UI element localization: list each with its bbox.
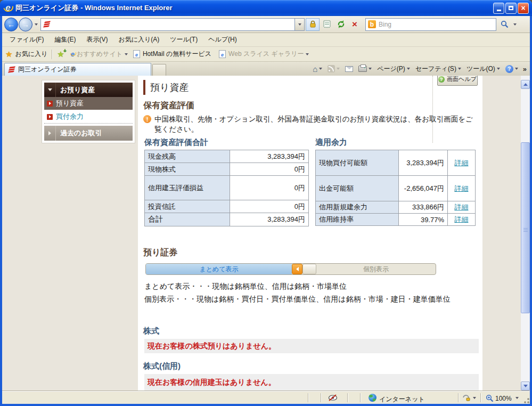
- zoom-level-label[interactable]: 100%: [495, 395, 512, 402]
- search-options-dropdown[interactable]: [511, 18, 519, 31]
- maximize-button[interactable]: [505, 3, 517, 14]
- display-mode-toggle[interactable]: まとめて表示 個別表示: [145, 263, 436, 275]
- toggle-option-grouped[interactable]: まとめて表示: [146, 264, 292, 274]
- divider: [308, 393, 309, 402]
- toggle-option-individual[interactable]: 個別表示: [316, 264, 436, 274]
- menu-favorites[interactable]: お気に入り(A): [113, 33, 165, 46]
- recent-pages-dropdown-icon[interactable]: [35, 23, 38, 26]
- favorites-item-suggested-sites[interactable]: e おすすめサイト: [70, 50, 128, 59]
- total-table-title: 保有資産評価合計: [144, 137, 309, 148]
- favorites-button[interactable]: お気に入り: [15, 50, 47, 59]
- magnifier-icon: [501, 20, 509, 28]
- sidebar-item-deposit-assets[interactable]: 預り資産: [44, 97, 133, 110]
- tab-okasan[interactable]: 岡三オンライン証券: [4, 63, 151, 76]
- address-input[interactable]: [53, 21, 292, 28]
- read-mail-button[interactable]: [342, 63, 356, 75]
- menu-edit[interactable]: 編集(E): [49, 33, 81, 46]
- compatibility-view-icon: [323, 20, 331, 29]
- new-tab-button[interactable]: [152, 64, 166, 76]
- zoom-icon[interactable]: [486, 394, 494, 402]
- add-favorite-icon[interactable]: ★: [57, 50, 64, 59]
- divider: [480, 393, 481, 402]
- detail-link[interactable]: 詳細: [455, 159, 469, 167]
- site-favicon-okasan-icon: [43, 21, 51, 28]
- margin-table-title: 適用余力: [315, 137, 476, 148]
- vertical-scrollbar[interactable]: [521, 76, 530, 391]
- browser-viewport: お預り資産 預り資産 買付余力 過去のお取引: [2, 76, 530, 391]
- resize-grip[interactable]: [522, 396, 529, 403]
- chevron-down-icon: [306, 53, 309, 55]
- print-button[interactable]: [356, 63, 374, 75]
- toolbar-overflow-button[interactable]: »: [521, 65, 529, 73]
- menu-tools[interactable]: ツール(T): [165, 33, 203, 46]
- sidebar-item-buying-power[interactable]: 買付余力: [44, 110, 133, 124]
- home-button[interactable]: ⌂: [310, 63, 325, 75]
- navigation-bar: ← → ×: [2, 16, 530, 33]
- scroll-down-button[interactable]: [521, 381, 530, 391]
- screen-help-button[interactable]: ? 画面ヘルプ: [437, 76, 478, 86]
- row-value: 0円: [230, 163, 309, 176]
- forward-button[interactable]: →: [19, 18, 32, 31]
- table-row: 現金残高 3,283,394円: [145, 150, 309, 163]
- window-title: 岡三オンライン証券 - Windows Internet Explorer: [15, 3, 492, 13]
- search-box[interactable]: b: [365, 18, 496, 31]
- row-detail-cell: 詳細: [448, 214, 476, 226]
- favorites-item-webslice[interactable]: e Web スライス ギャラリー: [218, 50, 309, 59]
- scroll-up-button[interactable]: [521, 80, 530, 89]
- main-content: ? 画面ヘルプ 預り資産 保有資産評価 ! 中国株取引、先物・オプション取引、外…: [138, 76, 482, 391]
- detail-link[interactable]: 詳細: [455, 184, 469, 192]
- status-bar: インターネット 100%: [2, 391, 530, 404]
- favorites-item-hotmail[interactable]: e HotMail の無料サービス: [132, 50, 214, 59]
- red-arrow-icon: [47, 114, 53, 120]
- row-value: 0円: [230, 176, 309, 200]
- minimize-button[interactable]: [493, 3, 504, 14]
- rss-button[interactable]: [325, 63, 342, 75]
- printer-icon: [358, 66, 367, 72]
- menu-view[interactable]: 表示(V): [81, 33, 113, 46]
- compatibility-view-button[interactable]: [321, 18, 333, 31]
- address-dropdown-button[interactable]: [295, 18, 305, 31]
- chevron-down-icon[interactable]: [473, 397, 476, 399]
- toggle-knob[interactable]: [302, 264, 316, 274]
- address-bar[interactable]: [40, 18, 295, 31]
- page-menu-button[interactable]: ページ(P): [374, 63, 413, 75]
- security-zone-label: インターネット: [379, 395, 425, 404]
- scrollbar-thumb[interactable]: [521, 142, 530, 313]
- triangle-right-icon: [44, 126, 56, 141]
- row-value: 39.77%: [399, 214, 448, 226]
- row-detail-cell: 詳細: [448, 201, 476, 214]
- chevron-down-icon[interactable]: [515, 397, 519, 399]
- stock-empty-message: 現在お客様の株式預りはありません。: [144, 339, 479, 353]
- sidebar-header-assets[interactable]: お預り資産: [44, 83, 133, 97]
- security-lock-button[interactable]: [306, 18, 320, 31]
- divider: [321, 393, 322, 402]
- table-row: 現物買付可能額 3,283,394円 詳細: [316, 150, 476, 176]
- help-menu-button[interactable]: ?: [503, 63, 521, 75]
- menu-file[interactable]: ファイル(F): [4, 33, 49, 46]
- table-row: 信用維持率 39.77% 詳細: [316, 214, 476, 226]
- description-line: まとめて表示・・・現物は銘柄単位、信用は銘柄・市場単位: [144, 280, 484, 293]
- row-value: 0円: [230, 200, 309, 213]
- menu-help[interactable]: ヘルプ(H): [203, 33, 242, 46]
- refresh-button[interactable]: [334, 18, 347, 31]
- row-label: 信用維持率: [316, 214, 399, 226]
- back-button[interactable]: ←: [4, 18, 18, 31]
- search-button[interactable]: [497, 18, 511, 31]
- toggle-arrow-button[interactable]: [292, 264, 302, 274]
- stop-button[interactable]: ×: [348, 18, 361, 31]
- search-input[interactable]: [379, 21, 494, 28]
- ie-logo-icon: e: [3, 3, 13, 13]
- detail-link[interactable]: 詳細: [455, 203, 469, 211]
- divider: [347, 393, 348, 402]
- safety-menu-button[interactable]: セーフティ(S): [413, 63, 464, 75]
- sidebar-header-past-transactions[interactable]: 過去のお取引: [44, 126, 133, 141]
- page-title: 預り資産: [143, 80, 189, 95]
- detail-link[interactable]: 詳細: [455, 215, 469, 223]
- zone-settings-icon[interactable]: [462, 394, 470, 401]
- tools-menu-button[interactable]: ツール(O): [464, 63, 503, 75]
- section-heading-valuation: 保有資産評価: [143, 100, 194, 111]
- close-button[interactable]: ×: [518, 3, 529, 14]
- title-bar: e 岡三オンライン証券 - Windows Internet Explorer …: [0, 0, 532, 16]
- chevron-down-icon: [319, 68, 322, 70]
- row-label: 信用新規建余力: [316, 201, 399, 214]
